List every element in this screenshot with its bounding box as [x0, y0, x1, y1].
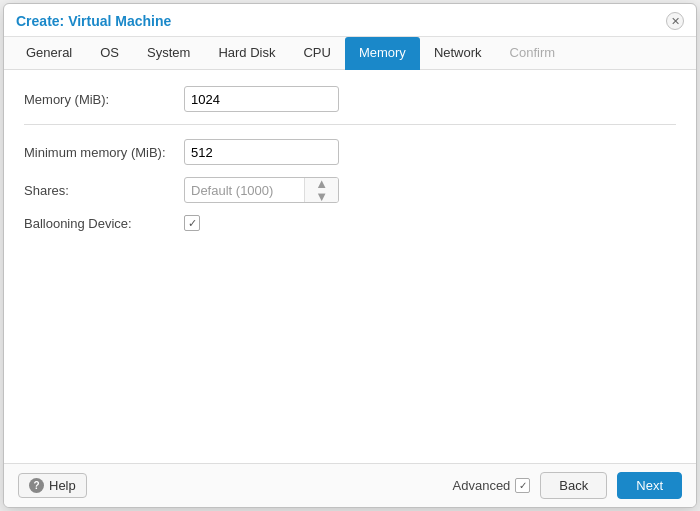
advanced-label: Advanced — [453, 478, 511, 493]
memory-spinbox[interactable]: ▲ ▼ — [184, 86, 339, 112]
ballooning-checkbox[interactable]: ✓ — [184, 215, 200, 231]
shares-value: Default (1000) — [185, 183, 304, 198]
chevron-down-icon: ▼ — [309, 190, 334, 203]
tab-bar: General OS System Hard Disk CPU Memory N… — [4, 37, 696, 70]
create-vm-dialog: Create: Virtual Machine ✕ General OS Sys… — [3, 3, 697, 508]
help-button[interactable]: ? Help — [18, 473, 87, 498]
memory-row: Memory (MiB): ▲ ▼ — [24, 86, 676, 112]
footer: ? Help Advanced ✓ Back Next — [4, 463, 696, 507]
min-memory-row: Minimum memory (MiB): ▲ ▼ — [24, 139, 676, 165]
footer-left: ? Help — [18, 473, 87, 498]
title-bar: Create: Virtual Machine ✕ — [4, 4, 696, 37]
tab-os[interactable]: OS — [86, 37, 133, 70]
help-icon: ? — [29, 478, 44, 493]
tab-network[interactable]: Network — [420, 37, 496, 70]
shares-row: Shares: Default (1000) ▲ ▼ — [24, 177, 676, 203]
help-label: Help — [49, 478, 76, 493]
next-button[interactable]: Next — [617, 472, 682, 499]
footer-right: Advanced ✓ Back Next — [453, 472, 682, 499]
dialog-title: Create: Virtual Machine — [16, 13, 171, 29]
back-button[interactable]: Back — [540, 472, 607, 499]
tab-confirm: Confirm — [496, 37, 570, 70]
ballooning-row: Ballooning Device: ✓ — [24, 215, 676, 231]
checkmark-icon: ✓ — [188, 217, 197, 230]
tab-system[interactable]: System — [133, 37, 204, 70]
ballooning-label: Ballooning Device: — [24, 216, 184, 231]
advanced-checkmark-icon: ✓ — [519, 480, 527, 491]
shares-label: Shares: — [24, 183, 184, 198]
tab-general[interactable]: General — [12, 37, 86, 70]
content-area: Memory (MiB): ▲ ▼ Minimum memory (MiB): … — [4, 70, 696, 463]
ballooning-checkbox-wrap: ✓ — [184, 215, 200, 231]
min-memory-label: Minimum memory (MiB): — [24, 145, 184, 160]
min-memory-input[interactable] — [185, 140, 339, 164]
memory-label: Memory (MiB): — [24, 92, 184, 107]
shares-select[interactable]: Default (1000) ▲ ▼ — [184, 177, 339, 203]
tab-hard-disk[interactable]: Hard Disk — [204, 37, 289, 70]
advanced-checkbox[interactable]: ✓ — [515, 478, 530, 493]
advanced-row: Advanced ✓ — [453, 478, 531, 493]
min-memory-spinbox[interactable]: ▲ ▼ — [184, 139, 339, 165]
tab-memory[interactable]: Memory — [345, 37, 420, 70]
shares-dropdown-arrow[interactable]: ▲ ▼ — [304, 178, 338, 202]
memory-input[interactable] — [185, 87, 339, 111]
tab-cpu[interactable]: CPU — [289, 37, 344, 70]
section-divider — [24, 124, 676, 125]
close-button[interactable]: ✕ — [666, 12, 684, 30]
